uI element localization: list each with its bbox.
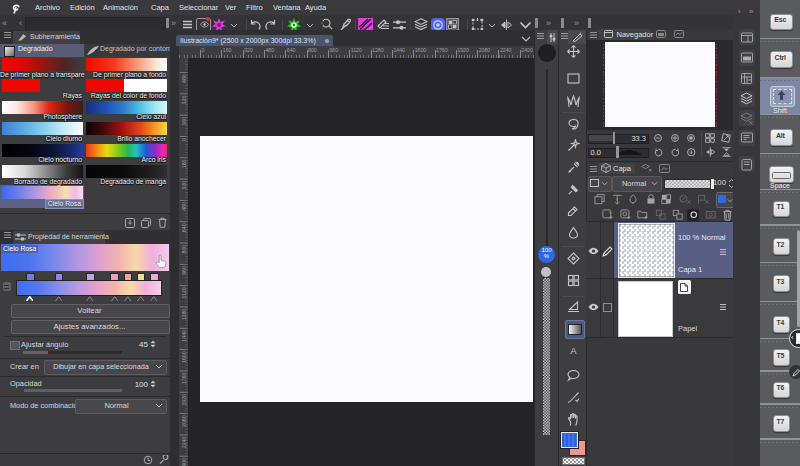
svg-text:0: 0 — [181, 138, 187, 141]
svg-text:800: 800 — [181, 245, 187, 254]
svg-text:1600: 1600 — [181, 351, 187, 363]
svg-text:1120: 1120 — [181, 287, 187, 298]
svg-text:1440: 1440 — [181, 330, 187, 342]
svg-text:160: 160 — [181, 117, 187, 126]
svg-text:160: 160 — [181, 159, 187, 168]
svg-text:480: 480 — [181, 202, 187, 211]
svg-text:480: 480 — [181, 74, 187, 83]
svg-text:960: 960 — [181, 266, 187, 275]
svg-text:1760: 1760 — [181, 373, 187, 385]
svg-text:1280: 1280 — [181, 309, 187, 321]
svg-text:640: 640 — [181, 223, 187, 232]
svg-text:320: 320 — [181, 95, 187, 104]
svg-text:2240: 2240 — [181, 437, 187, 449]
svg-text:320: 320 — [181, 181, 187, 190]
svg-text:2080: 2080 — [181, 415, 187, 427]
svg-text:1920: 1920 — [181, 394, 187, 406]
